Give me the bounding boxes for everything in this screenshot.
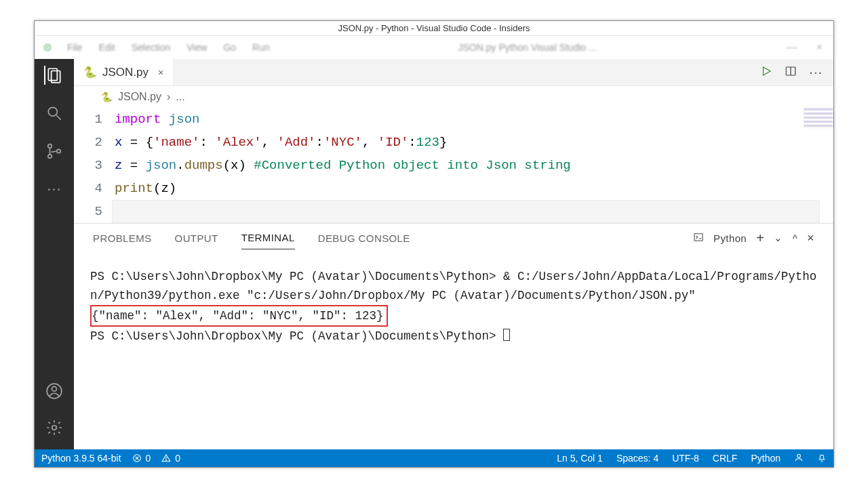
terminal-cursor-icon — [503, 329, 510, 341]
code-content[interactable]: import json x = {'name': 'Alex', 'Add':'… — [115, 108, 833, 223]
window-title: JSON.py - Python - Visual Studio Code - … — [338, 23, 530, 33]
vscode-logo-icon — [40, 40, 55, 55]
tab-bar: 🐍 JSON.py × ··· — [74, 59, 833, 86]
window-titlebar: JSON.py - Python - Visual Studio Code - … — [35, 21, 833, 36]
status-python-version[interactable]: Python 3.9.5 64-bit — [41, 453, 121, 464]
tab-output[interactable]: OUTPUT — [175, 227, 218, 249]
terminal-shell-icon[interactable] — [693, 232, 704, 245]
status-errors[interactable]: 0 — [132, 453, 151, 464]
python-file-icon: 🐍 — [101, 92, 113, 102]
run-file-icon[interactable] — [760, 65, 772, 80]
menu-go[interactable]: Go — [219, 42, 240, 53]
svg-point-8 — [52, 386, 57, 391]
window-minimize-icon[interactable]: — — [781, 41, 803, 54]
python-file-icon: 🐍 — [83, 66, 97, 79]
svg-line-3 — [56, 115, 61, 120]
breadcrumb-separator: › — [167, 91, 170, 103]
tab-terminal[interactable]: TERMINAL — [241, 226, 295, 249]
status-ln-col[interactable]: Ln 5, Col 1 — [557, 453, 603, 464]
status-spaces[interactable]: Spaces: 4 — [616, 453, 658, 464]
menu-selection[interactable]: Selection — [127, 42, 175, 53]
activity-more-icon[interactable]: ··· — [45, 180, 64, 199]
tab-json-py[interactable]: 🐍 JSON.py × — [74, 59, 173, 85]
status-language[interactable]: Python — [751, 453, 781, 464]
status-warnings[interactable]: 0 — [161, 453, 180, 464]
menu-file[interactable]: File — [63, 42, 87, 53]
minimap[interactable] — [804, 108, 833, 128]
line-number-gutter: 1 2 3 4 5 — [74, 108, 115, 223]
status-eol[interactable]: CRLF — [713, 453, 738, 464]
svg-point-9 — [52, 426, 57, 430]
menu-edit[interactable]: Edit — [95, 42, 119, 53]
main-area: ··· 🐍 JSON.py × — [35, 59, 833, 449]
tab-close-icon[interactable]: × — [158, 67, 163, 78]
source-control-icon[interactable] — [45, 142, 64, 161]
code-editor[interactable]: 1 2 3 4 5 import json x = {'name': 'Alex… — [74, 108, 833, 223]
editor-more-icon[interactable]: ··· — [809, 64, 823, 80]
svg-point-5 — [48, 155, 52, 158]
new-terminal-icon[interactable]: + — [756, 230, 764, 246]
svg-point-4 — [48, 144, 52, 148]
svg-point-18 — [166, 460, 167, 460]
terminal-output[interactable]: PS C:\Users\John\Dropbox\My PC (Avatar)\… — [74, 252, 833, 426]
menu-run[interactable]: Run — [248, 42, 274, 53]
panel-maximize-icon[interactable]: ^ — [793, 232, 797, 244]
svg-marker-10 — [764, 67, 771, 75]
tab-filename: JSON.py — [102, 66, 149, 79]
svg-point-19 — [797, 454, 801, 458]
title-echo: JSON.py Python Visual Studio ... — [454, 42, 601, 53]
account-icon[interactable] — [45, 382, 64, 401]
split-editor-icon[interactable] — [785, 65, 797, 80]
breadcrumb-file: JSON.py — [118, 91, 161, 103]
terminal-output-highlight: {"name": "Alex", "Add": "NYC", "ID": 123… — [90, 305, 388, 327]
status-bar: Python 3.9.5 64-bit 0 0 Ln 5, Col 1 Spac… — [35, 449, 833, 467]
terminal-shell-label[interactable]: Python — [713, 232, 747, 244]
svg-rect-13 — [694, 233, 703, 241]
panel-tabs: PROBLEMS OUTPUT TERMINAL DEBUG CONSOLE P… — [74, 224, 833, 252]
svg-point-2 — [48, 107, 57, 116]
notifications-bell-icon[interactable] — [817, 453, 827, 464]
breadcrumb-rest: ... — [176, 91, 184, 103]
menu-view[interactable]: View — [182, 42, 211, 53]
vscode-window: JSON.py - Python - Visual Studio Code - … — [34, 20, 834, 468]
bottom-panel: PROBLEMS OUTPUT TERMINAL DEBUG CONSOLE P… — [74, 223, 833, 426]
activity-bar: ··· — [35, 59, 74, 449]
status-encoding[interactable]: UTF-8 — [672, 453, 699, 464]
menubar: File Edit Selection View Go Run JSON.py … — [35, 36, 833, 59]
tab-debug-console[interactable]: DEBUG CONSOLE — [318, 227, 410, 249]
terminal-prompt-2: PS C:\Users\John\Dropbox\My PC (Avatar)\… — [90, 329, 503, 343]
editor-area: 🐍 JSON.py × ··· 🐍 JSON.py › — [74, 59, 833, 449]
search-icon[interactable] — [45, 104, 64, 123]
window-close-icon[interactable]: × — [811, 41, 828, 54]
terminal-line-1: PS C:\Users\John\Dropbox\My PC (Avatar)\… — [90, 270, 816, 302]
panel-close-icon[interactable]: × — [807, 231, 814, 245]
svg-point-6 — [57, 149, 60, 152]
settings-gear-icon[interactable] — [45, 418, 64, 437]
explorer-icon[interactable] — [44, 66, 63, 85]
terminal-dropdown-icon[interactable]: ⌄ — [774, 232, 783, 244]
tab-problems[interactable]: PROBLEMS — [93, 227, 152, 249]
breadcrumb[interactable]: 🐍 JSON.py › ... — [74, 86, 833, 108]
feedback-icon[interactable] — [794, 453, 804, 464]
